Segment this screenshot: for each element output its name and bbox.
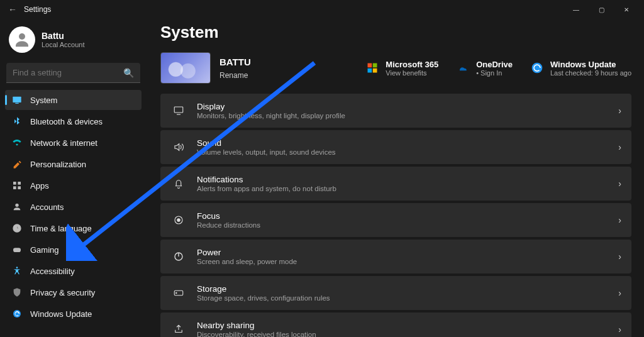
row-title: Storage [197,284,618,294]
row-notifications[interactable]: NotificationsAlerts from apps and system… [160,167,631,201]
svg-point-0 [19,33,25,40]
sidebar-item-time[interactable]: Time & language [5,218,142,238]
tile-sub: • Sign In [476,69,513,77]
row-nearby-sharing[interactable]: Nearby sharingDiscoverability, received … [160,312,631,337]
sidebar-item-label: System [30,96,57,105]
chevron-right-icon: › [618,324,621,334]
svg-point-10 [16,267,18,268]
sidebar: Battu Local Account 🔍 System Bluetooth &… [0,19,148,337]
row-title: Focus [197,211,618,221]
minimize-button[interactable]: ― [564,1,589,18]
shield-icon [11,287,23,298]
chevron-right-icon: › [618,215,621,225]
user-sub: Local Account [42,41,85,48]
back-button[interactable]: ← [5,4,20,14]
sidebar-item-accounts[interactable]: Accounts [5,197,142,217]
rename-link[interactable]: Rename [219,71,251,80]
sidebar-item-privacy[interactable]: Privacy & security [5,282,142,302]
accounts-icon [11,201,23,213]
row-title: Sound [197,138,618,148]
chevron-right-icon: › [618,106,621,116]
row-sub: Reduce distractions [197,221,618,229]
close-button[interactable]: ✕ [614,1,639,18]
update-icon [11,308,23,319]
search-input[interactable] [6,63,140,83]
svg-rect-17 [174,107,183,113]
svg-rect-13 [373,63,377,67]
main-content: System BATTU Rename Microsoft 365View be… [148,19,644,337]
wifi-icon [11,137,23,148]
row-sub: Screen and sleep, power mode [197,258,618,265]
tile-windows-update[interactable]: Windows UpdateLast checked: 9 hours ago [530,60,631,77]
sidebar-item-label: Accessibility [30,267,75,276]
tile-title: OneDrive [476,60,513,69]
hero-row: BATTU Rename Microsoft 365View benefits … [160,52,631,84]
svg-point-11 [13,310,21,318]
sidebar-item-personalization[interactable]: Personalization [5,154,142,174]
sidebar-item-label: Personalization [30,160,86,169]
nav-list: System Bluetooth & devices Network & int… [5,89,142,324]
row-power[interactable]: PowerScreen and sleep, power mode › [160,240,631,273]
tile-sub: View benefits [386,69,438,77]
svg-rect-5 [13,186,16,189]
system-icon [11,94,23,106]
sidebar-item-accessibility[interactable]: Accessibility [5,261,142,281]
maximize-button[interactable]: ▢ [589,1,614,18]
chevron-right-icon: › [618,288,621,298]
sidebar-item-gaming[interactable]: Gaming [5,240,142,260]
paint-icon [11,158,23,170]
search-box[interactable]: 🔍 [6,63,140,83]
svg-rect-9 [13,248,21,252]
sound-icon [170,141,187,153]
apps-icon [11,180,23,191]
sidebar-item-update[interactable]: Windows Update [5,304,142,324]
row-sound[interactable]: SoundVolume levels, output, input, sound… [160,130,631,164]
power-icon [170,251,187,262]
sidebar-item-label: Time & language [30,224,92,233]
windows-update-icon [530,61,544,75]
tile-title: Windows Update [550,60,631,69]
onedrive-icon [456,61,470,75]
accessibility-icon [11,265,23,277]
search-icon: 🔍 [123,68,134,78]
sidebar-item-apps[interactable]: Apps [5,175,142,196]
svg-rect-4 [18,182,21,185]
bell-icon [170,178,187,189]
sidebar-item-bluetooth[interactable]: Bluetooth & devices [5,111,142,131]
bluetooth-icon [11,116,23,127]
microsoft365-icon [365,61,379,75]
row-display[interactable]: DisplayMonitors, brightness, night light… [160,94,631,128]
row-title: Notifications [197,175,618,184]
gaming-icon [11,244,23,255]
tile-sub: Last checked: 9 hours ago [550,69,631,77]
row-storage[interactable]: StorageStorage space, drives, configurat… [160,276,631,310]
tile-onedrive[interactable]: OneDrive• Sign In [456,60,513,77]
sidebar-item-label: Bluetooth & devices [30,117,103,126]
svg-rect-3 [13,182,16,185]
tile-title: Microsoft 365 [386,60,438,69]
sidebar-item-label: Windows Update [30,309,92,319]
pc-name: BATTU [219,57,251,67]
sidebar-item-label: Accounts [30,202,64,212]
sidebar-item-label: Apps [30,181,49,191]
tile-microsoft365[interactable]: Microsoft 365View benefits [365,60,438,77]
sidebar-item-label: Privacy & security [30,288,95,297]
page-title: System [160,23,631,42]
svg-rect-2 [15,103,18,104]
user-name: Battu [42,31,85,41]
sidebar-item-system[interactable]: System [5,90,142,110]
desktop-thumbnail[interactable] [160,52,211,84]
svg-rect-6 [18,186,21,189]
sidebar-item-network[interactable]: Network & internet [5,133,142,153]
row-title: Nearby sharing [197,321,618,330]
row-title: Display [197,102,618,111]
row-focus[interactable]: FocusReduce distractions › [160,203,631,237]
avatar [9,26,35,53]
share-icon [170,324,187,335]
row-sub: Storage space, drives, configuration rul… [197,294,618,302]
window-title: Settings [24,5,51,14]
profile-block[interactable]: Battu Local Account [5,23,142,60]
row-sub: Monitors, brightness, night light, displ… [197,112,618,119]
display-icon [170,105,187,116]
sidebar-item-label: Network & internet [30,138,97,148]
